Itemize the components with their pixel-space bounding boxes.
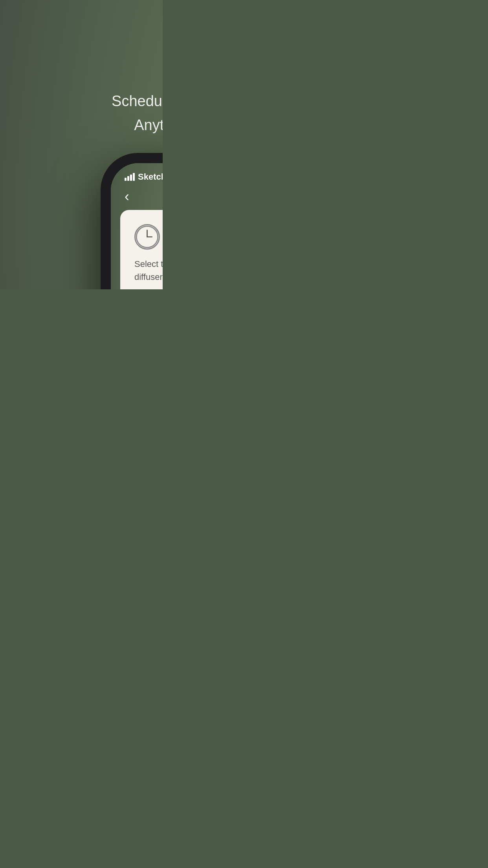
back-button[interactable]: ‹ <box>125 188 129 205</box>
carrier-text: Sketch <box>138 172 163 182</box>
status-bar: Sketch 📶 9:41 AM ✱ 100% <box>111 163 163 187</box>
phone-mockup: Sketch 📶 9:41 AM ✱ 100% ‹ SCHED <box>101 153 163 289</box>
page-subtitle: Schedule the ultimate scent experience. … <box>72 89 163 137</box>
schedule-modal: SCHEDULE × Select the weekdays and time,… <box>120 210 163 289</box>
clock-icon <box>134 224 160 250</box>
page-title: Schedule <box>160 28 163 77</box>
modal-description: Select the weekdays and time, the wirele… <box>134 257 163 283</box>
nav-bar: ‹ SCHEDULE <box>111 187 163 210</box>
